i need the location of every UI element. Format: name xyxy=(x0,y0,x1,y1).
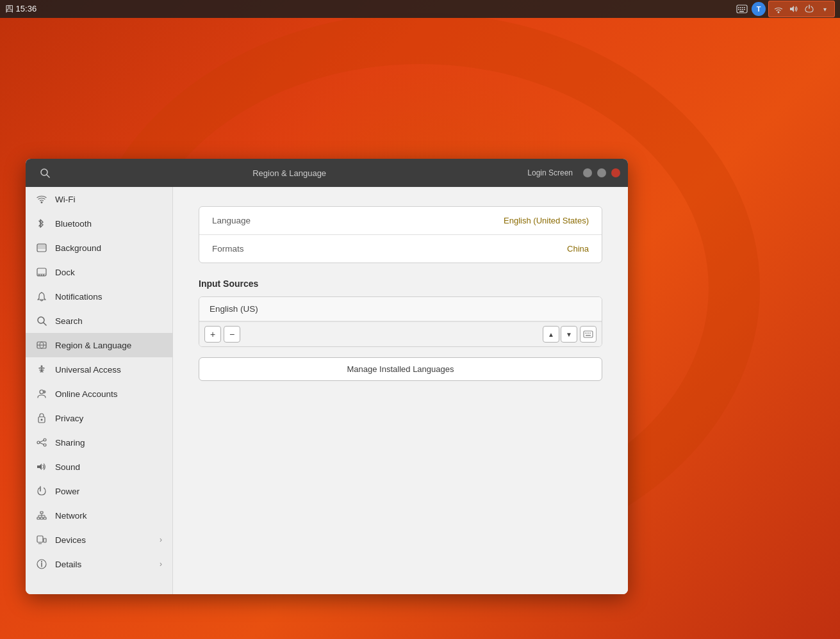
svg-line-23 xyxy=(44,323,46,325)
bluetooth-icon xyxy=(36,218,47,229)
svg-rect-41 xyxy=(37,517,40,519)
sidebar-item-power[interactable]: Power xyxy=(26,479,172,503)
sidebar-item-search[interactable]: Search xyxy=(26,309,172,333)
formats-row[interactable]: Formats China xyxy=(199,234,602,263)
svg-rect-57 xyxy=(587,333,588,334)
sidebar-label-region-language: Region & Language xyxy=(55,341,162,350)
titlebar-search-icon[interactable] xyxy=(33,164,56,182)
manage-installed-languages-button[interactable]: Manage Installed Languages xyxy=(199,357,602,381)
sidebar: Wi-Fi Bluetooth Background xyxy=(26,187,173,594)
move-down-button[interactable]: ▼ xyxy=(561,326,577,343)
volume-icon[interactable] xyxy=(787,2,801,16)
sidebar-item-details[interactable]: Details › xyxy=(26,552,172,576)
universal-access-icon xyxy=(36,364,47,375)
dock-icon xyxy=(36,266,47,278)
devices-icon xyxy=(36,534,47,546)
sidebar-item-online-accounts[interactable]: Online Accounts xyxy=(26,382,172,406)
formats-value: China xyxy=(567,244,589,254)
sidebar-item-sound[interactable]: Sound xyxy=(26,455,172,479)
svg-point-35 xyxy=(37,441,40,444)
sidebar-label-dock: Dock xyxy=(55,268,162,277)
svg-point-54 xyxy=(41,561,42,562)
details-chevron-icon: › xyxy=(160,560,162,569)
svg-rect-49 xyxy=(37,536,43,542)
search-icon xyxy=(36,315,47,327)
language-value: English (United States) xyxy=(504,216,589,225)
settings-window: Region & Language Login Screen Wi-F xyxy=(26,159,628,594)
language-label: Language xyxy=(212,216,504,225)
sidebar-label-online-accounts: Online Accounts xyxy=(55,389,162,399)
sidebar-item-devices[interactable]: Devices › xyxy=(26,528,172,552)
sidebar-item-bluetooth[interactable]: Bluetooth xyxy=(26,211,172,236)
input-source-item[interactable]: English (US) xyxy=(199,297,602,321)
keyboard-settings-button[interactable] xyxy=(580,326,597,343)
svg-point-34 xyxy=(44,439,46,441)
formats-label: Formats xyxy=(212,244,567,254)
input-sources-heading: Input Sources xyxy=(199,279,602,289)
user-avatar[interactable]: T xyxy=(752,2,766,16)
titlebar: Region & Language Login Screen xyxy=(26,159,628,187)
svg-rect-50 xyxy=(44,538,46,542)
remove-input-source-button[interactable]: − xyxy=(224,326,240,343)
sidebar-item-network[interactable]: Network xyxy=(26,503,172,528)
svg-line-38 xyxy=(40,443,44,445)
online-accounts-icon xyxy=(36,388,47,400)
input-sources-toolbar: + − ▲ ▼ xyxy=(199,321,602,346)
minimize-button[interactable] xyxy=(583,168,592,177)
power-icon[interactable] xyxy=(802,2,816,16)
sidebar-item-universal-access[interactable]: Universal Access xyxy=(26,357,172,382)
svg-rect-55 xyxy=(584,331,593,337)
system-icons-group[interactable]: ▾ xyxy=(768,1,835,17)
window-title: Region & Language xyxy=(56,168,522,178)
move-up-button[interactable]: ▲ xyxy=(543,326,559,343)
svg-rect-43 xyxy=(44,517,46,519)
topbar-right: T ▾ xyxy=(735,1,835,17)
svg-rect-40 xyxy=(40,512,43,514)
svg-rect-6 xyxy=(740,9,741,10)
sidebar-item-sharing[interactable]: Sharing xyxy=(26,430,172,455)
language-row[interactable]: Language English (United States) xyxy=(199,207,602,234)
keyboard-indicator[interactable] xyxy=(735,2,749,16)
svg-rect-16 xyxy=(37,244,46,249)
network-icon[interactable] xyxy=(771,2,786,16)
sidebar-item-wifi[interactable]: Wi-Fi xyxy=(26,187,172,211)
topbar: 四 15:36 T xyxy=(0,0,840,18)
svg-rect-21 xyxy=(43,275,44,276)
topbar-left: 四 15:36 xyxy=(5,3,37,15)
sidebar-label-devices: Devices xyxy=(55,535,152,545)
sidebar-item-region-language[interactable]: Region & Language xyxy=(26,333,172,357)
svg-marker-39 xyxy=(37,464,42,470)
sidebar-item-privacy[interactable]: Privacy xyxy=(26,406,172,430)
svg-rect-19 xyxy=(38,275,40,276)
details-icon xyxy=(36,558,47,570)
svg-rect-60 xyxy=(586,335,591,336)
svg-marker-11 xyxy=(790,6,794,12)
close-button[interactable] xyxy=(611,168,620,177)
svg-rect-8 xyxy=(744,9,745,10)
login-screen-button[interactable]: Login Screen xyxy=(522,166,578,179)
system-chevron-icon[interactable]: ▾ xyxy=(818,2,832,16)
toolbar-arrows: ▲ ▼ xyxy=(543,326,577,343)
svg-rect-2 xyxy=(740,7,741,8)
svg-rect-56 xyxy=(585,333,586,334)
sidebar-label-background: Background xyxy=(55,243,162,253)
add-input-source-button[interactable]: + xyxy=(204,326,221,343)
region-icon xyxy=(36,339,47,351)
maximize-button[interactable] xyxy=(597,168,606,177)
sharing-icon xyxy=(36,437,47,448)
sidebar-label-network: Network xyxy=(55,511,162,521)
language-formats-card: Language English (United States) Formats… xyxy=(199,206,602,263)
sidebar-label-details: Details xyxy=(55,560,152,569)
sidebar-label-sound: Sound xyxy=(55,462,162,472)
svg-rect-42 xyxy=(40,517,43,519)
sidebar-item-background[interactable]: Background xyxy=(26,236,172,260)
svg-rect-9 xyxy=(739,11,744,12)
wifi-icon xyxy=(36,193,47,205)
svg-rect-58 xyxy=(588,333,589,334)
svg-point-33 xyxy=(41,419,43,421)
sidebar-item-notifications[interactable]: Notifications xyxy=(26,284,172,309)
svg-rect-5 xyxy=(738,9,739,10)
svg-rect-3 xyxy=(742,7,743,8)
sidebar-item-dock[interactable]: Dock xyxy=(26,260,172,284)
privacy-icon xyxy=(36,412,47,424)
